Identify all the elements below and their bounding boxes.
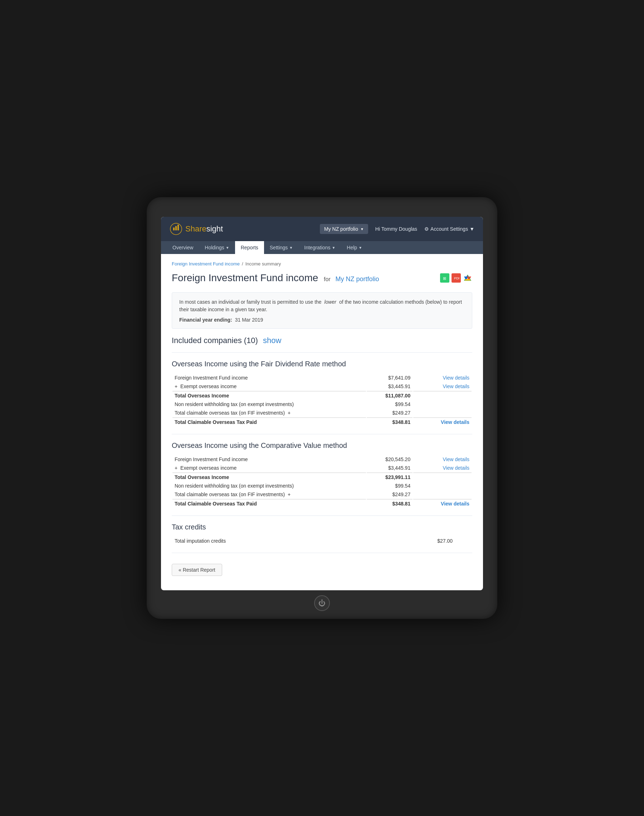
cv-section-title: Overseas Income using the Comparative Va… xyxy=(172,441,472,450)
nav: Overview Holdings ▼ Reports Settings ▼ I… xyxy=(161,241,483,254)
table-row: Total Claimable Overseas Tax Paid $348.8… xyxy=(172,418,472,426)
fdr-row5-value: $249.27 xyxy=(367,409,413,417)
cv-row2-link[interactable]: View details xyxy=(439,465,469,471)
fdr-row1-link[interactable]: View details xyxy=(439,375,469,381)
header: Sharesight My NZ portfolio ▼ Hi Tommy Do… xyxy=(161,217,483,241)
nav-item-reports[interactable]: Reports xyxy=(235,241,264,254)
info-italic: lower xyxy=(325,299,336,305)
cv-row4-label: Non resident withholding tax (on exempt … xyxy=(172,482,366,490)
cv-row5-label: Total claimable overseas tax (on FIF inv… xyxy=(172,490,366,498)
export-drive-icon[interactable] xyxy=(463,273,472,283)
breadcrumb-link[interactable]: Foreign Investment Fund income xyxy=(172,261,240,266)
fdr-row5-label: Total claimable overseas tax (on FIF inv… xyxy=(172,409,366,417)
table-row: Non resident withholding tax (on exempt … xyxy=(172,482,472,490)
cv-row4-value: $99.54 xyxy=(367,482,413,490)
table-row: + Exempt overseas income $3,445.91 View … xyxy=(172,464,472,472)
table-row: Foreign Investment Fund income $20,545.2… xyxy=(172,455,472,463)
integrations-arrow-icon: ▼ xyxy=(332,246,335,250)
nav-label-reports: Reports xyxy=(241,245,258,250)
portfolio-name-text: My NZ portfolio xyxy=(336,276,379,283)
included-label: Included companies (10) xyxy=(172,336,258,345)
svg-marker-15 xyxy=(465,279,471,280)
show-link[interactable]: show xyxy=(263,336,281,345)
fdr-row1-value: $7,641.09 xyxy=(367,374,413,382)
power-button[interactable]: ⏻ xyxy=(314,595,330,611)
table-row: Foreign Investment Fund income $7,641.09… xyxy=(172,374,472,382)
table-row: Total Claimable Overseas Tax Paid $348.8… xyxy=(172,499,472,508)
cv-row5-value: $249.27 xyxy=(367,490,413,498)
tax-credits-row1-label: Total imputation credits xyxy=(172,537,381,545)
help-arrow-icon: ▼ xyxy=(359,246,362,250)
fdr-row2-value: $3,445.91 xyxy=(367,383,413,390)
info-box: In most cases an individual or family tr… xyxy=(172,292,472,329)
account-settings-arrow: ▼ xyxy=(469,226,474,232)
settings-arrow-icon: ▼ xyxy=(289,246,293,250)
nav-label-holdings: Holdings xyxy=(205,245,224,250)
fdr-row1-label: Foreign Investment Fund income xyxy=(172,374,366,382)
gear-icon: ⚙ xyxy=(424,226,429,232)
tax-credits-divider xyxy=(172,516,472,516)
nav-item-integrations[interactable]: Integrations ▼ xyxy=(298,241,341,254)
fdr-claimable-value: $348.81 xyxy=(393,419,411,425)
cv-row2-value: $3,445.91 xyxy=(367,464,413,472)
nav-item-settings[interactable]: Settings ▼ xyxy=(264,241,299,254)
export-icons: ⊞ PDF xyxy=(440,273,472,283)
export-pdf-icon[interactable]: PDF xyxy=(451,273,461,283)
nav-label-help: Help xyxy=(347,245,357,250)
restart-report-button[interactable]: « Restart Report xyxy=(172,564,222,576)
fdr-row3-value: $11,087.00 xyxy=(367,391,413,400)
fdr-row2-label: + Exempt overseas income xyxy=(172,383,366,390)
logo-icon xyxy=(170,222,182,236)
cv-row1-link[interactable]: View details xyxy=(439,456,469,462)
nav-label-settings: Settings xyxy=(270,245,288,250)
fdr-row5-plus: + xyxy=(288,410,290,416)
svg-text:⊞: ⊞ xyxy=(443,276,446,280)
fdr-row6-link[interactable]: View details xyxy=(437,419,469,425)
breadcrumb: Foreign Investment Fund income / Income … xyxy=(172,261,472,266)
financial-year-label: Financial year ending: xyxy=(179,317,232,323)
fdr-row2-plus: + xyxy=(175,383,178,389)
fdr-table: Foreign Investment Fund income $7,641.09… xyxy=(172,373,472,427)
financial-year-value: 31 Mar 2019 xyxy=(235,317,263,323)
header-right: My NZ portfolio ▼ Hi Tommy Douglas ⚙ Acc… xyxy=(320,224,474,234)
logo: Sharesight xyxy=(170,222,223,236)
cv-divider xyxy=(172,434,472,434)
cv-row1-value: $20,545.20 xyxy=(367,455,413,463)
cv-row3-label: Total Overseas Income xyxy=(172,473,366,481)
fdr-section-title: Overseas Income using the Fair Dividend … xyxy=(172,360,472,368)
fdr-total-value: $11,087.00 xyxy=(385,393,410,398)
export-excel-icon[interactable]: ⊞ xyxy=(440,273,449,283)
table-row: Total claimable overseas tax (on FIF inv… xyxy=(172,490,472,498)
nav-label-overview: Overview xyxy=(172,245,193,250)
fdr-total-label: Total Overseas Income xyxy=(175,393,229,398)
portfolio-dropdown[interactable]: My NZ portfolio ▼ xyxy=(320,224,368,234)
financial-year: Financial year ending: 31 Mar 2019 xyxy=(179,317,465,323)
table-row: Non resident withholding tax (on exempt … xyxy=(172,400,472,408)
fdr-claimable-label: Total Claimable Overseas Tax Paid xyxy=(175,419,257,425)
holdings-arrow-icon: ▼ xyxy=(226,246,229,250)
logo-text: Sharesight xyxy=(186,224,223,234)
included-companies: Included companies (10) show xyxy=(172,336,472,345)
tablet-screen: Sharesight My NZ portfolio ▼ Hi Tommy Do… xyxy=(161,217,483,590)
cv-table: Foreign Investment Fund income $20,545.2… xyxy=(172,455,472,508)
user-greeting: Hi Tommy Douglas xyxy=(375,226,417,232)
account-settings-link[interactable]: ⚙ Account Settings ▼ xyxy=(424,226,474,232)
fdr-row2-label-text: Exempt overseas income xyxy=(180,383,236,389)
logo-sight: sight xyxy=(207,224,223,233)
restart-divider xyxy=(172,553,472,553)
portfolio-arrow-icon: ▼ xyxy=(360,227,364,231)
table-row: Total imputation credits $27.00 xyxy=(172,537,472,545)
nav-item-holdings[interactable]: Holdings ▼ xyxy=(199,241,235,254)
account-settings-label: Account Settings xyxy=(431,226,468,232)
fdr-row4-value: $99.54 xyxy=(367,400,413,408)
nav-item-overview[interactable]: Overview xyxy=(167,241,199,254)
nav-item-help[interactable]: Help ▼ xyxy=(341,241,368,254)
fdr-row3-label: Total Overseas Income xyxy=(172,391,366,400)
cv-row2-label: + Exempt overseas income xyxy=(172,464,366,472)
cv-row6-link[interactable]: View details xyxy=(437,501,469,507)
fdr-row2-link[interactable]: View details xyxy=(439,383,469,389)
table-row: Total claimable overseas tax (on FIF inv… xyxy=(172,409,472,417)
content: Foreign Investment Fund income / Income … xyxy=(161,254,483,590)
power-icon: ⏻ xyxy=(319,599,325,608)
cv-row3-value: $23,991.11 xyxy=(367,473,413,481)
